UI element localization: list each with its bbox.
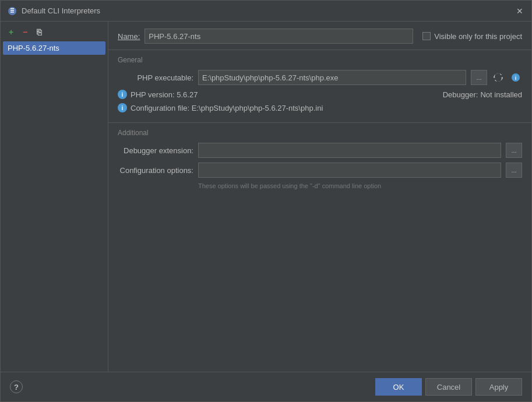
version-debugger-row: i PHP version: 5.6.27 Debugger: Not inst… — [118, 90, 522, 99]
footer-right: OK Cancel Apply — [375, 378, 522, 396]
additional-section-title: Additional — [118, 129, 522, 137]
svg-rect-2 — [10, 12, 14, 13]
debugger-right: Debugger: Not installed — [443, 90, 522, 99]
general-section: General PHP executable: ... i — [108, 50, 531, 122]
sidebar-toolbar: + − ⎘ — [3, 25, 105, 41]
config-options-browse-button[interactable]: ... — [506, 163, 522, 178]
name-row: Name: Visible only for this project — [108, 22, 531, 50]
dialog-icon — [8, 6, 17, 16]
dialog-title: Default CLI Interpreters — [22, 6, 100, 15]
svg-rect-3 — [10, 8, 14, 9]
visible-checkbox-area: Visible only for this project — [422, 32, 522, 41]
php-executable-label: PHP executable: — [118, 73, 193, 82]
apply-button[interactable]: Apply — [475, 378, 522, 396]
debugger-extension-browse-button[interactable]: ... — [506, 143, 522, 158]
config-file-icon: i — [118, 103, 127, 112]
visible-label: Visible only for this project — [434, 32, 522, 41]
close-button[interactable]: ✕ — [515, 6, 524, 16]
dialog-body: + − ⎘ PHP-5.6.27-nts Name: Visible only … — [1, 22, 531, 372]
title-bar: Default CLI Interpreters ✕ — [1, 1, 531, 22]
name-label: Name: — [118, 32, 140, 41]
config-options-row: Configuration options: ... — [118, 163, 522, 178]
help-button[interactable]: ? — [10, 380, 23, 393]
debugger-label: Debugger: — [443, 90, 478, 99]
config-options-hint: These options will be passed using the "… — [198, 182, 522, 189]
content-area: Name: Visible only for this project Gene… — [108, 22, 531, 372]
general-section-title: General — [118, 56, 522, 64]
dialog-container: Default CLI Interpreters ✕ + − ⎘ PHP-5.6… — [0, 0, 532, 402]
copy-interpreter-button[interactable]: ⎘ — [33, 26, 45, 38]
name-input[interactable] — [145, 29, 413, 44]
svg-rect-1 — [10, 10, 14, 11]
title-bar-left: Default CLI Interpreters — [8, 6, 100, 16]
debugger-extension-input[interactable] — [198, 143, 501, 158]
debugger-extension-label: Debugger extension: — [118, 146, 193, 155]
footer-left: ? — [10, 380, 23, 393]
refresh-icon — [494, 73, 503, 82]
config-options-input[interactable] — [198, 163, 501, 178]
add-interpreter-button[interactable]: + — [5, 26, 17, 38]
info-icon: i — [511, 73, 520, 82]
php-executable-info-button[interactable]: i — [509, 71, 522, 84]
svg-text:i: i — [515, 75, 517, 81]
php-version-icon: i — [118, 90, 127, 99]
dialog-footer: ? OK Cancel Apply — [1, 372, 531, 401]
remove-interpreter-button[interactable]: − — [19, 26, 31, 38]
php-executable-browse-button[interactable]: ... — [471, 70, 487, 85]
php-version-text: PHP version: 5.6.27 — [131, 90, 198, 99]
php-executable-row: PHP executable: ... i — [118, 70, 522, 85]
config-file-text: Configuration file: E:\phpStudy\php\php-… — [131, 104, 323, 112]
config-file-row: i Configuration file: E:\phpStudy\php\ph… — [118, 101, 522, 114]
debugger-extension-row: Debugger extension: ... — [118, 143, 522, 158]
php-executable-refresh-button[interactable] — [492, 71, 505, 84]
sidebar: + − ⎘ PHP-5.6.27-nts — [1, 22, 108, 372]
ok-button[interactable]: OK — [375, 378, 422, 396]
php-executable-input[interactable] — [198, 70, 466, 85]
cancel-button[interactable]: Cancel — [425, 378, 472, 396]
debugger-value: Not installed — [480, 90, 522, 99]
version-left: i PHP version: 5.6.27 — [118, 90, 316, 99]
config-options-label: Configuration options: — [118, 166, 193, 175]
additional-section: Additional Debugger extension: ... Confi… — [108, 122, 531, 198]
visible-checkbox[interactable] — [422, 32, 431, 40]
sidebar-item-php[interactable]: PHP-5.6.27-nts — [3, 41, 105, 55]
